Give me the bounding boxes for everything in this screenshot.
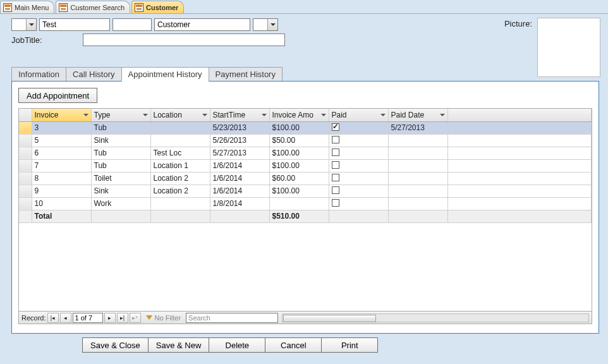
- cell-starttime[interactable]: 5/27/2013: [210, 147, 269, 159]
- save-new-button[interactable]: Save & New: [148, 337, 210, 353]
- row-selector[interactable]: [19, 147, 32, 159]
- firstname-field[interactable]: [39, 18, 110, 31]
- save-close-button[interactable]: Save & Close: [82, 337, 149, 353]
- cell-paid-date[interactable]: [388, 134, 447, 147]
- cell-invoice[interactable]: 6: [32, 147, 91, 159]
- cell-invoice[interactable]: 9: [32, 185, 91, 197]
- cell-type[interactable]: Tub: [91, 121, 150, 134]
- cell-type[interactable]: Tub: [91, 147, 150, 159]
- nav-new-button[interactable]: ▸*: [130, 313, 141, 323]
- row-selector[interactable]: [19, 197, 32, 210]
- cell-invoice[interactable]: 10: [32, 197, 91, 210]
- cell-amount[interactable]: $100.00: [269, 185, 329, 197]
- cell-starttime[interactable]: 5/23/2013: [210, 121, 269, 134]
- cell-invoice[interactable]: 8: [32, 172, 91, 185]
- checkbox-icon[interactable]: [332, 199, 339, 207]
- cell-invoice[interactable]: 7: [32, 159, 91, 172]
- row-selector[interactable]: [19, 159, 32, 172]
- cell-invoice[interactable]: 3: [32, 121, 91, 134]
- cell-type[interactable]: Sink: [91, 185, 150, 197]
- lastname-field[interactable]: [154, 18, 250, 31]
- cell-amount[interactable]: $100.00: [269, 121, 329, 134]
- cell-location[interactable]: Location 2: [150, 185, 210, 197]
- nav-next-button[interactable]: ▸: [104, 313, 116, 323]
- row-selector[interactable]: [19, 134, 32, 147]
- chevron-down-icon[interactable]: [202, 114, 207, 116]
- column-header-location[interactable]: Location: [150, 109, 210, 121]
- table-row[interactable]: 7TubLocation 11/6/2014$100.00: [19, 159, 592, 172]
- cell-starttime[interactable]: 1/6/2014: [210, 172, 269, 185]
- picture-box[interactable]: [537, 18, 600, 77]
- doctab-customer[interactable]: Customer: [131, 1, 184, 13]
- nav-position-input[interactable]: [73, 313, 103, 323]
- row-selector[interactable]: [19, 172, 32, 185]
- table-row[interactable]: 3Tub5/23/2013$100.005/27/2013: [19, 121, 592, 134]
- column-header-type[interactable]: Type: [91, 109, 150, 121]
- cell-invoice[interactable]: 5: [32, 134, 91, 147]
- cell-paid[interactable]: [329, 121, 388, 134]
- cell-paid[interactable]: [329, 147, 388, 159]
- cell-paid-date[interactable]: [388, 197, 447, 210]
- cell-starttime[interactable]: 1/6/2014: [210, 159, 269, 172]
- nav-prev-button[interactable]: ◂: [60, 313, 71, 323]
- table-row[interactable]: 10Work1/8/2014: [19, 197, 592, 210]
- cell-location[interactable]: Location 2: [150, 172, 210, 185]
- tab-payment-history[interactable]: Payment History: [209, 67, 283, 82]
- checkbox-icon[interactable]: [332, 123, 339, 131]
- table-row[interactable]: 8ToiletLocation 21/6/2014$60.00: [19, 172, 592, 185]
- cell-location[interactable]: Location 1: [150, 159, 210, 172]
- cell-type[interactable]: Sink: [91, 134, 150, 147]
- row-selector[interactable]: [19, 121, 32, 134]
- chevron-down-icon[interactable]: [143, 114, 148, 116]
- chevron-down-icon[interactable]: [26, 19, 36, 30]
- table-row[interactable]: 9SinkLocation 21/6/2014$100.00: [19, 185, 592, 197]
- cell-amount[interactable]: $60.00: [269, 172, 329, 185]
- nav-search-input[interactable]: [186, 313, 278, 323]
- cell-paid[interactable]: [329, 134, 388, 147]
- cell-starttime[interactable]: 1/6/2014: [210, 185, 269, 197]
- select-all-header[interactable]: [19, 109, 32, 121]
- tab-call-history[interactable]: Call History: [66, 67, 121, 82]
- add-appointment-button[interactable]: Add Appointment: [18, 88, 97, 103]
- column-header-invoice-amo[interactable]: Invoice Amo: [269, 109, 329, 121]
- column-header-paid[interactable]: Paid: [329, 109, 388, 121]
- cell-location[interactable]: [150, 134, 210, 147]
- doctab-main-menu[interactable]: Main Menu: [0, 1, 54, 13]
- jobtitle-input[interactable]: [83, 33, 285, 46]
- cell-paid-date[interactable]: [388, 147, 447, 159]
- chevron-down-icon[interactable]: [321, 114, 326, 116]
- column-header-invoice[interactable]: Invoice: [32, 109, 91, 121]
- cell-location[interactable]: [150, 121, 210, 134]
- cell-paid-date[interactable]: [388, 185, 447, 197]
- cell-paid[interactable]: [329, 185, 388, 197]
- tab-appointment-history[interactable]: Appointment History: [121, 67, 209, 82]
- checkbox-icon[interactable]: [332, 149, 339, 156]
- column-header-starttime[interactable]: StartTime: [210, 109, 269, 121]
- nav-first-button[interactable]: |◂: [47, 313, 59, 323]
- tab-information[interactable]: Information: [11, 67, 66, 82]
- chevron-down-icon[interactable]: [83, 114, 88, 116]
- cell-paid[interactable]: [329, 159, 388, 172]
- prefix-input[interactable]: [12, 19, 26, 30]
- suffix-combo[interactable]: [253, 18, 278, 31]
- middle-field[interactable]: [112, 18, 152, 31]
- prefix-combo[interactable]: [11, 18, 37, 31]
- cell-amount[interactable]: $100.00: [269, 159, 329, 172]
- print-button[interactable]: Print: [321, 337, 378, 353]
- cell-amount[interactable]: $50.00: [269, 134, 329, 147]
- checkbox-icon[interactable]: [332, 186, 339, 194]
- checkbox-icon[interactable]: [332, 161, 339, 169]
- cell-starttime[interactable]: 5/26/2013: [210, 134, 269, 147]
- cell-amount[interactable]: [269, 197, 329, 210]
- row-selector[interactable]: [19, 185, 32, 197]
- cell-paid-date[interactable]: [388, 159, 447, 172]
- cancel-button[interactable]: Cancel: [265, 337, 322, 353]
- cell-paid-date[interactable]: [388, 172, 447, 185]
- cell-paid-date[interactable]: 5/27/2013: [388, 121, 447, 134]
- chevron-down-icon[interactable]: [262, 114, 267, 116]
- checkbox-icon[interactable]: [332, 136, 339, 143]
- doctab-customer-search[interactable]: Customer Search: [56, 1, 130, 13]
- nav-last-button[interactable]: ▸|: [117, 313, 128, 323]
- horizontal-scrollbar[interactable]: [282, 313, 589, 322]
- delete-button[interactable]: Delete: [209, 337, 265, 353]
